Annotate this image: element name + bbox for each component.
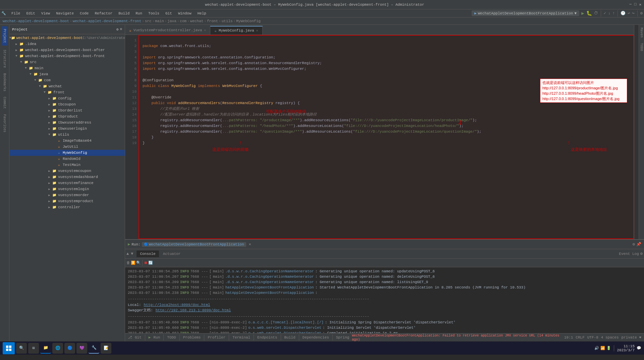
undo-btn[interactable]: ↩ <box>628 11 630 16</box>
tree-item-vuesystemorder[interactable]: ▶ 📁 vuesystemorder <box>9 192 125 198</box>
run-app-selector[interactable]: 🔵 WechatAppletDevelopmentBootFrontApplic… <box>142 242 246 247</box>
minimize-btn[interactable]: ─ <box>629 2 632 7</box>
endpoints-status[interactable]: Endpoints <box>257 335 277 340</box>
redo-btn[interactable]: ↪ <box>632 11 635 16</box>
commit-tab[interactable]: Commit <box>2 94 7 111</box>
tab-console[interactable]: Console <box>137 251 159 257</box>
breadcrumb-src[interactable]: src <box>145 19 152 23</box>
breadcrumb-java[interactable]: java <box>167 19 176 23</box>
commit-btn[interactable]: ✓ <box>604 11 606 16</box>
taskbar-browser[interactable]: 🌐 <box>52 343 63 354</box>
todo-status[interactable]: TODO <box>167 335 176 340</box>
breadcrumb-main[interactable]: main <box>155 19 164 23</box>
menu-run[interactable]: Run <box>133 11 145 16</box>
tree-item-vuesystemlogin[interactable]: ▶ 📁 vuesystemlogin <box>9 186 125 192</box>
profile-btn[interactable]: ⏱ <box>594 11 598 16</box>
run-pin-btn[interactable]: 📌 <box>636 242 641 247</box>
menu-view[interactable]: View <box>39 11 53 16</box>
tab-vuesystemproductcontroller[interactable]: ☕ VueSystemProductController.java ✕ <box>125 26 210 35</box>
tree-item-testmain[interactable]: ☕ TestMain <box>9 162 125 168</box>
console-restart-btn[interactable]: 🔄 <box>148 261 153 265</box>
tree-item-tbwxuseraddress[interactable]: ▶ 📁 tbwxuseraddress <box>9 120 125 126</box>
breadcrumb-root[interactable]: wechat-applet-development-boot <box>3 19 69 23</box>
event-log-btn[interactable]: Event Log <box>619 252 639 256</box>
taskbar-chrome[interactable]: 🔵 <box>64 343 75 354</box>
taskbar-explorer[interactable]: 📁 <box>40 343 51 354</box>
tree-item-config[interactable]: ▶ 📁 config <box>9 95 125 101</box>
tree-item-main[interactable]: ▼ 📁 main <box>9 65 125 71</box>
start-btn[interactable] <box>3 342 15 354</box>
settings-btn[interactable]: ⚙ <box>640 11 643 16</box>
run-status-label[interactable]: Run <box>153 335 160 340</box>
update-btn[interactable]: ↓ <box>608 11 610 16</box>
link-localhost[interactable]: http://localhost:8099/doc.html <box>144 302 210 308</box>
taskbar-search[interactable]: 🔍 <box>16 343 27 354</box>
menu-code[interactable]: Code <box>77 11 91 16</box>
status-linesep[interactable]: CRLF <box>576 335 584 340</box>
run-btn[interactable]: ▶ <box>581 10 584 16</box>
tree-item-front[interactable]: ▼ 📁 front <box>9 89 125 95</box>
run-config-selector[interactable]: ▶ WechatAppletDevelopmentBootFrontApplic… <box>472 10 579 16</box>
menu-help[interactable]: Help <box>195 11 209 16</box>
menu-file[interactable]: File <box>9 11 23 16</box>
menu-git[interactable]: Git <box>163 11 175 16</box>
status-encoding[interactable]: UTF-8 <box>587 335 598 340</box>
project-expand-icon[interactable]: ≡ <box>120 27 122 32</box>
run-scroll-down[interactable]: ▼ <box>131 252 133 256</box>
console-scroll-end-btn[interactable]: ⏬ <box>131 261 136 265</box>
taskbar-taskview[interactable]: ⊞ <box>28 343 39 354</box>
maven-tab[interactable]: Maven <box>639 25 644 40</box>
console-stop-btn[interactable]: ⏹ <box>144 261 148 265</box>
tree-item-mywebconfig[interactable]: ☕ MyWebConfig <box>9 150 125 156</box>
tree-item-tbproduct[interactable]: ▶ 📁 tbproduct <box>9 114 125 120</box>
status-indent[interactable]: 4 spaces <box>601 335 619 340</box>
build-status[interactable]: Build <box>284 335 296 340</box>
close-btn[interactable]: ✕ <box>639 2 641 7</box>
tree-item-java[interactable]: ▼ 📁 java <box>9 71 125 77</box>
breadcrumb-com[interactable]: com <box>180 19 186 23</box>
terminal-status[interactable]: Terminal <box>232 335 250 340</box>
menu-refactor[interactable]: Refactor <box>92 11 115 16</box>
status-visibility[interactable]: private ♥ <box>622 335 641 340</box>
spring-status[interactable]: Spring <box>336 335 350 340</box>
tree-item-src[interactable]: ▼ 📁 src <box>9 59 125 65</box>
tree-item-jwtutil[interactable]: ☕ JwtUtil <box>9 144 125 150</box>
tree-item-vuesystemdashboard[interactable]: ▶ 📁 vuesystemdashboard <box>9 174 125 180</box>
tree-item-idea[interactable]: ▶ 📁 .idea <box>9 41 125 47</box>
tree-item-tbwxuserlogin[interactable]: ▶ 📁 tbwxuserlogin <box>9 126 125 132</box>
taskbar-app1[interactable]: 💜 <box>76 343 87 354</box>
git-branch[interactable]: Git <box>135 335 142 340</box>
menu-build[interactable]: Build <box>116 11 132 16</box>
push-btn[interactable]: ↑ <box>612 11 615 16</box>
tree-item-vuesystemproduct[interactable]: ▶ 📁 vuesystemproduct <box>9 198 125 204</box>
tree-item-imagetobase64[interactable]: ☕ ImageToBase64 <box>9 138 125 144</box>
breadcrumb-utils[interactable]: utils <box>222 19 233 23</box>
menu-navigate[interactable]: Navigate <box>53 11 76 16</box>
tree-item-tborderlist[interactable]: ▶ 📁 tborderlist <box>9 107 125 114</box>
console-clear-btn[interactable]: 🗑 <box>126 261 130 265</box>
console-content[interactable]: 2023-03-07 11:00:54.205 INFO 7668 --- [ … <box>125 267 644 333</box>
tree-item-after[interactable]: ▶ 📁 wechat-applet-development-boot-after <box>9 47 125 53</box>
favorites-tab[interactable]: Favorites <box>2 111 7 135</box>
breadcrumb-front2[interactable]: front <box>207 19 218 23</box>
code-content[interactable]: package com.wechat.front.utils; import o… <box>139 35 634 239</box>
run-scroll-up[interactable]: ▲ <box>126 252 129 256</box>
bookmarks-tab[interactable]: Bookmarks <box>2 71 7 94</box>
run-settings-btn[interactable]: ⚙ <box>633 242 635 247</box>
code-editor[interactable]: 12345 678910 1112131415 16171819 package… <box>125 35 634 239</box>
menu-tools[interactable]: Tools <box>146 11 162 16</box>
tab-actuator[interactable]: Actuator <box>160 251 184 257</box>
taskbar-intellij[interactable]: 🔧 <box>89 343 99 354</box>
todo-tab[interactable]: TODO <box>639 40 644 54</box>
run-status-icon[interactable]: ▶ <box>149 335 151 340</box>
menu-window[interactable]: Window <box>175 11 194 16</box>
tree-item-com[interactable]: ▼ 📁 com <box>9 77 125 83</box>
run-close-btn[interactable]: ✕ <box>249 242 251 247</box>
profiler-status[interactable]: Profiler <box>208 335 225 340</box>
tree-item-wechat[interactable]: ▼ 📁 wechat <box>9 83 125 89</box>
tree-item-randomid[interactable]: ☕ RandomId <box>9 156 125 162</box>
project-gear-icon[interactable]: ⚙ <box>116 27 119 32</box>
tree-item-vuesystemfinance[interactable]: ▶ 📁 vuesystemfinance <box>9 180 125 186</box>
taskbar-notification[interactable]: 💬 <box>637 346 641 350</box>
structure-tab[interactable]: Structure <box>2 47 7 71</box>
